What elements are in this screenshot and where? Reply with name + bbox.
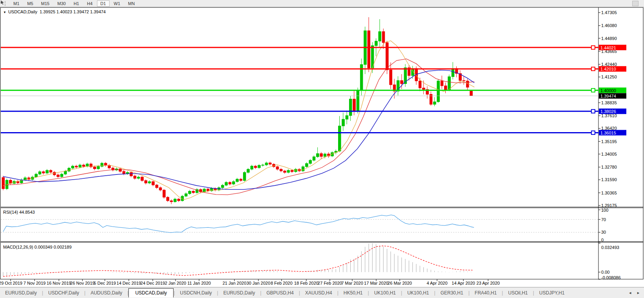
svg-text:24 Dec 2019: 24 Dec 2019 — [141, 281, 165, 285]
svg-text:1.46080: 1.46080 — [601, 23, 617, 28]
svg-text:16 Nov 2019: 16 Nov 2019 — [47, 281, 71, 285]
svg-text:1.41250: 1.41250 — [601, 74, 617, 79]
tab-usdcnh-daily[interactable]: USDCNH,Daily — [175, 289, 217, 297]
svg-text:0.00: 0.00 — [601, 270, 609, 274]
svg-text:1.31590: 1.31590 — [601, 177, 617, 182]
svg-text:14 Apr 2020: 14 Apr 2020 — [452, 281, 475, 285]
svg-text:-0.008086: -0.008086 — [601, 275, 621, 280]
svg-text:2 Jan 2020: 2 Jan 2020 — [165, 281, 186, 285]
svg-text:17 Mar 2020: 17 Mar 2020 — [364, 281, 388, 285]
svg-text:21 Jan 2020: 21 Jan 2020 — [223, 281, 247, 285]
svg-text:26 Nov 2019: 26 Nov 2019 — [70, 281, 95, 285]
tab-eurusd-daily[interactable]: EURUSD,Daily — [0, 289, 42, 297]
tab-fra40-h1[interactable]: FRA40,H1 — [470, 289, 502, 297]
tab-usdjpy-h1[interactable]: USDJPY,H1 — [534, 289, 569, 297]
tab-uk100-h1[interactable]: UK100,H1 — [402, 289, 434, 297]
svg-text:1.44021: 1.44021 — [600, 45, 616, 50]
collapse-triangle-icon[interactable]: ▼ — [3, 11, 6, 14]
svg-text:30 Jan 2020: 30 Jan 2020 — [247, 281, 271, 285]
svg-text:4 Apr 2020: 4 Apr 2020 — [426, 281, 447, 285]
svg-text:1.40000: 1.40000 — [600, 88, 616, 93]
svg-text:1.36015: 1.36015 — [600, 131, 616, 135]
macd-signal-line — [3, 246, 473, 276]
date-axis: 29 Oct 20197 Nov 201916 Nov 201926 Nov 2… — [0, 279, 500, 285]
svg-text:26 Mar 2020: 26 Mar 2020 — [388, 281, 412, 285]
svg-text:1.38835: 1.38835 — [601, 100, 617, 105]
svg-text:1.44890: 1.44890 — [601, 36, 617, 41]
chart-ohlc-values: 1.39925 1.40023 1.39472 1.39474 — [40, 9, 106, 14]
svg-text:8 Feb 2020: 8 Feb 2020 — [271, 281, 293, 285]
svg-text:1.38026: 1.38026 — [600, 109, 616, 114]
rsi-line — [3, 215, 474, 233]
tab-scroll-arrows: ◄ ► — [628, 291, 640, 295]
svg-text:27 Feb 2020: 27 Feb 2020 — [318, 281, 342, 285]
svg-text:100: 100 — [601, 208, 608, 213]
tab-scroll-right-icon[interactable]: ► — [637, 291, 640, 295]
svg-text:70: 70 — [601, 217, 606, 222]
macd-panel: 0.0324930.00-0.008086 — [3, 243, 621, 280]
price-levels: 1.440211.420101.400001.380261.36015 — [1, 45, 626, 135]
tab-uk100-h1[interactable]: UK100,H1 — [369, 289, 401, 297]
svg-text:23 Apr 2020: 23 Apr 2020 — [476, 281, 499, 285]
tab-scroll-left-icon[interactable]: ◄ — [628, 291, 632, 295]
svg-text:1.37610: 1.37610 — [601, 113, 617, 118]
svg-text:1.42440: 1.42440 — [601, 62, 617, 67]
chart-canvas[interactable]: 1.473051.460801.448901.436651.424401.412… — [0, 0, 644, 298]
macd-indicator-label: MACD(12,26,9) 0.000349 0.002189 — [3, 245, 71, 249]
chart-title: ▼USDCAD,Daily 1.39925 1.40023 1.39472 1.… — [3, 9, 106, 14]
svg-text:0.032493: 0.032493 — [601, 245, 619, 250]
tab-audusd-daily[interactable]: AUDUSD,Daily — [86, 289, 128, 297]
svg-text:29 Oct 2019: 29 Oct 2019 — [0, 281, 22, 285]
svg-text:1.34005: 1.34005 — [601, 152, 617, 156]
svg-text:0: 0 — [601, 238, 604, 242]
svg-text:1.32780: 1.32780 — [601, 165, 617, 169]
tab-hk50-h1[interactable]: HK50,H1 — [338, 289, 368, 297]
tabs-holder: EURUSD,Daily|USDCHF,Daily|AUDUSD,Daily|U… — [0, 288, 570, 298]
svg-text:7 Nov 2019: 7 Nov 2019 — [24, 281, 46, 285]
panel-borders — [0, 7, 643, 279]
ma-mid-red-line — [3, 59, 474, 195]
svg-text:14 Dec 2019: 14 Dec 2019 — [117, 281, 141, 285]
svg-text:18 Feb 2020: 18 Feb 2020 — [294, 281, 318, 285]
current-price-marker: 1.39474 — [1, 93, 626, 99]
tab-eurusd-daily[interactable]: EURUSD,Daily — [218, 289, 260, 297]
tab-xauusd-h4[interactable]: XAUUSD,H4 — [300, 289, 337, 297]
tab-usdcad-daily[interactable]: USDCAD,Daily — [128, 288, 174, 298]
svg-text:11 Jan 2020: 11 Jan 2020 — [187, 281, 211, 285]
svg-text:30: 30 — [601, 230, 606, 234]
svg-text:1.47305: 1.47305 — [601, 10, 617, 15]
tab-usdchf-daily[interactable]: USDCHF,Daily — [43, 289, 84, 297]
chart-symbol-label: USDCAD,Daily — [8, 9, 37, 14]
tab-ger30-h1[interactable]: GER30,H1 — [435, 289, 468, 297]
svg-text:7 Mar 2020: 7 Mar 2020 — [341, 281, 363, 285]
svg-text:1.39474: 1.39474 — [600, 94, 616, 98]
svg-text:1.35195: 1.35195 — [601, 139, 617, 144]
chart-tab-bar: EURUSD,Daily|USDCHF,Daily|AUDUSD,Daily|U… — [0, 287, 644, 298]
svg-text:1.42010: 1.42010 — [600, 67, 616, 71]
svg-text:1.29175: 1.29175 — [601, 203, 617, 208]
rsi-panel: 10070300 — [1, 208, 608, 242]
tab-usoil-h1[interactable]: USOil,H1 — [503, 289, 533, 297]
svg-text:5 Dec 2019: 5 Dec 2019 — [94, 281, 116, 285]
svg-text:1.30365: 1.30365 — [601, 191, 617, 195]
rsi-indicator-label: RSI(14) 44.8543 — [3, 210, 35, 214]
tab-gbpusd-h4[interactable]: GBPUSD,H4 — [262, 289, 299, 297]
ma-slow-blue-line — [3, 70, 474, 190]
